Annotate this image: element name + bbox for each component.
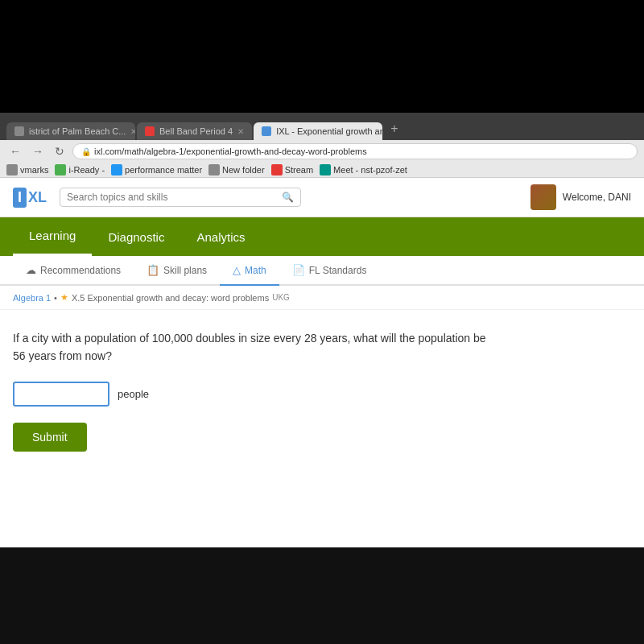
answer-label: people [118,388,149,400]
bookmark-vmarks[interactable]: vmarks [6,164,48,175]
math-icon: △ [233,264,241,276]
bookmark-stream[interactable]: Stream [271,164,313,175]
tab1-favicon [14,126,24,136]
search-box[interactable]: 🔍 [60,188,301,207]
skill-plans-label: Skill plans [163,265,207,276]
photo-top-border [0,0,644,113]
breadcrumb: Algebra 1 • ★ X.5 Exponential growth and… [0,286,644,310]
iready-icon [55,164,66,175]
tab1-label: istrict of Palm Beach C... [29,126,126,136]
tab-bar: istrict of Palm Beach C... ✕ Bell Band P… [0,118,644,140]
recommendations-icon: ☁ [26,264,36,276]
star-icon: ★ [60,292,68,303]
stream-icon [271,164,283,175]
tab2-favicon [145,126,155,136]
tab-2[interactable]: Bell Band Period 4 ✕ [137,122,252,140]
browser-window: istrict of Palm Beach C... ✕ Bell Band P… [0,113,644,547]
tab-3[interactable]: IXL - Exponential growth and de... ✕ [254,122,382,140]
math-label: Math [245,265,266,276]
skill-plans-icon: 📋 [147,264,159,276]
ixl-logo-box: I [13,188,27,208]
bookmark-meet[interactable]: Meet - nst-pzof-zet [320,164,407,175]
bookmark-new-folder[interactable]: New folder [208,164,265,175]
tab-1[interactable]: istrict of Palm Beach C... ✕ [6,122,135,140]
meet-label: Meet - nst-pzof-zet [333,165,407,175]
subnav-recommendations[interactable]: ☁ Recommendations [13,256,134,284]
bookmark-iready[interactable]: i-Ready - [55,164,105,175]
breadcrumb-skill: X.5 Exponential growth and decay: word p… [72,293,269,303]
breadcrumb-separator: • [54,293,57,303]
nav-analytics[interactable]: Analytics [180,219,261,255]
tab3-label: IXL - Exponential growth and de... [276,126,382,136]
tab1-close[interactable]: ✕ [130,127,135,136]
user-area: Welcome, DANI [530,184,631,210]
tab3-favicon [262,126,271,136]
submit-button[interactable]: Submit [13,423,87,452]
fl-standards-label: FL Standards [309,265,367,276]
fl-standards-icon: 📄 [292,264,305,276]
nav-diagnostic[interactable]: Diagnostic [92,219,180,255]
tab2-close[interactable]: ✕ [237,127,244,136]
forward-button[interactable]: → [29,143,47,159]
answer-row: people [13,382,631,407]
photo-bottom-border [0,547,644,644]
tab2-label: Bell Band Period 4 [159,126,233,136]
new-tab-button[interactable]: + [384,118,404,140]
address-bar[interactable]: 🔒 ixl.com/math/algebra-1/exponential-gro… [72,143,638,159]
welcome-text: Welcome, DANI [563,192,631,203]
sub-nav: ☁ Recommendations 📋 Skill plans △ Math 📄… [0,256,644,286]
performance-label: performance matter [125,165,202,175]
new-folder-label: New folder [222,165,265,175]
subnav-fl-standards[interactable]: 📄 FL Standards [279,256,380,284]
ixl-logo-text: XL [28,189,47,206]
search-input[interactable] [67,192,282,203]
avatar-image [530,184,556,210]
folder-icon [208,164,220,175]
problem-text: If a city with a population of 100,000 d… [13,329,496,365]
page-content: I XL 🔍 Welcome, DANI Learning Diagnostic… [0,178,644,547]
meet-icon [320,164,331,175]
main-nav: Learning Diagnostic Analytics [0,217,644,256]
back-button[interactable]: ← [6,143,24,159]
subnav-skill-plans[interactable]: 📋 Skill plans [134,256,220,284]
search-icon: 🔍 [282,192,294,203]
browser-chrome: istrict of Palm Beach C... ✕ Bell Band P… [0,113,644,178]
ixl-header: I XL 🔍 Welcome, DANI [0,178,644,217]
ixl-logo: I XL [13,188,47,208]
problem-area: If a city with a population of 100,000 d… [0,310,644,471]
refresh-button[interactable]: ↻ [52,143,68,159]
recommendations-label: Recommendations [40,265,121,276]
url-text: ixl.com/math/algebra-1/exponential-growt… [94,147,367,156]
answer-input[interactable] [13,382,109,407]
lock-icon: 🔒 [81,147,91,156]
vmarks-icon [6,164,18,175]
iready-label: i-Ready - [68,165,105,175]
avatar [530,184,556,210]
ukg-badge: UKG [272,293,290,302]
bookmark-performance[interactable]: performance matter [111,164,202,175]
stream-label: Stream [285,165,313,175]
breadcrumb-algebra[interactable]: Algebra 1 [13,293,51,303]
address-bar-row: ← → ↻ 🔒 ixl.com/math/algebra-1/exponenti… [0,140,644,163]
performance-icon [111,164,122,175]
subnav-math[interactable]: △ Math [220,256,279,286]
vmarks-label: vmarks [20,165,48,175]
bookmarks-bar: vmarks i-Ready - performance matter New … [0,163,644,178]
nav-learning[interactable]: Learning [13,217,92,256]
